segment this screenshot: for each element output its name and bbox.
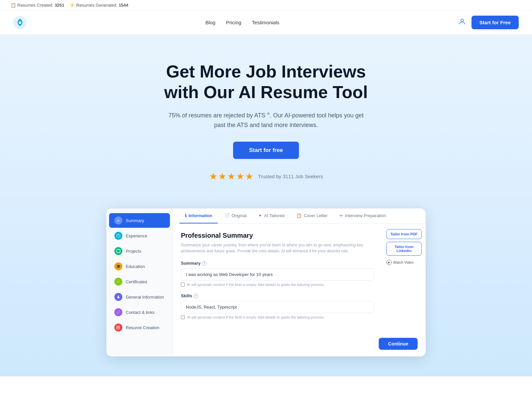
nav-links: Blog Pricing Testimonials xyxy=(205,20,279,25)
info-tab-icon: ℹ xyxy=(185,213,187,218)
hero-cta-button[interactable]: Start for free xyxy=(233,142,299,159)
svg-point-5 xyxy=(118,296,119,297)
watch-video-button[interactable]: ▶ Watch Video xyxy=(386,258,422,266)
summary-info-icon: ? xyxy=(202,261,206,266)
svg-point-2 xyxy=(461,19,464,22)
tab-label-interview-prep: Interview Preparation xyxy=(345,213,386,218)
experience-icon xyxy=(114,232,122,240)
star-rating: ★★★★★ xyxy=(209,171,254,182)
contact-icon: 🔗 xyxy=(114,308,122,316)
tailor-from-pdf-button[interactable]: Tailor from PDF xyxy=(386,229,422,239)
sidebar-label-contact: Contact & links xyxy=(126,310,155,315)
section-title: Professional Summary xyxy=(181,232,374,239)
skills-field-label: Skills ? xyxy=(181,293,374,298)
tab-label-information: Information xyxy=(189,213,212,218)
hero-section: Get More Job Interviews with Our AI Resu… xyxy=(0,35,532,202)
ai-tailored-tab-icon: ✦ xyxy=(258,213,262,218)
svg-point-1 xyxy=(19,21,21,24)
tab-information[interactable]: ℹ Information xyxy=(180,208,218,223)
tab-label-cover-letter: Cover Letter xyxy=(304,213,328,218)
summary-ai-checkbox[interactable] xyxy=(181,283,185,287)
original-tab-icon: 📄 xyxy=(224,213,230,218)
hero-subtext: 75% of resumes are rejected by ATS ®. Ou… xyxy=(166,111,366,130)
sidebar-label-projects: Projects xyxy=(126,249,141,254)
resumes-generated-label: Resumes Generated: xyxy=(76,3,117,8)
sidebar-item-summary[interactable]: ≡ Summary xyxy=(109,213,170,228)
sidebar-label-resume-creation: Resume Creation xyxy=(126,325,159,330)
continue-button[interactable]: Continue xyxy=(379,338,418,350)
trust-text: Trusted by 3111 Job Seekers xyxy=(258,174,323,179)
trust-row: ★★★★★ Trusted by 3111 Job Seekers xyxy=(13,171,519,182)
mockup-container: ≡ Summary Experience Projects 🎓 xyxy=(0,202,532,376)
mockup-footer: Continue xyxy=(173,334,426,356)
sidebar-label-summary: Summary xyxy=(126,218,144,223)
resumes-generated-count: 1544 xyxy=(119,3,128,8)
general-info-icon xyxy=(114,293,122,301)
certificates-icon: ✓ xyxy=(114,278,122,286)
nav-right: Start for Free xyxy=(458,16,519,29)
top-bar: 📋 Resumes Created: 3251 ⚡ Resumes Genera… xyxy=(0,0,532,11)
sidebar-label-experience: Experience xyxy=(126,233,147,238)
sidebar-item-general-info[interactable]: General Information xyxy=(109,290,170,304)
resumes-created-stat: 📋 Resumes Created: 3251 xyxy=(11,3,64,8)
skills-info-icon: ? xyxy=(194,294,198,298)
mockup-inner: ≡ Summary Experience Projects 🎓 xyxy=(106,208,426,356)
doc-icon: 📋 xyxy=(11,3,16,8)
skills-ai-hint: AI will generate content if the field is… xyxy=(181,315,374,319)
tab-ai-tailored[interactable]: ✦ AI Tailored xyxy=(253,208,290,223)
section-description: Summarize your career journey, from wher… xyxy=(181,242,374,254)
sidebar-item-certificates[interactable]: ✓ Certificates xyxy=(109,274,170,289)
tailor-from-linkedin-button[interactable]: Tailor from Linkedin xyxy=(386,242,422,256)
play-icon: ▶ xyxy=(386,260,392,265)
resumes-generated-stat: ⚡ Resumes Generated: 1544 xyxy=(69,3,128,8)
svg-rect-4 xyxy=(117,249,120,253)
nav-blog[interactable]: Blog xyxy=(205,20,215,25)
navbar: Blog Pricing Testimonials Start for Free xyxy=(0,11,532,35)
interview-tab-icon: ✏ xyxy=(339,213,343,218)
education-icon: 🎓 xyxy=(114,262,122,270)
summary-icon: ≡ xyxy=(114,216,122,224)
sidebar-item-experience[interactable]: Experience xyxy=(109,228,170,243)
user-icon[interactable] xyxy=(458,18,466,28)
start-for-free-button[interactable]: Start for Free xyxy=(471,16,519,29)
right-panel: Tailor from PDF Tailor from Linkedin ▶ W… xyxy=(382,224,426,334)
logo[interactable] xyxy=(13,16,27,29)
sidebar-label-general-info: General Information xyxy=(126,295,164,300)
tab-label-ai-tailored: AI Tailored xyxy=(264,213,284,218)
resumes-created-label: Resumes Created: xyxy=(17,3,53,8)
sidebar-item-resume-creation[interactable]: Resume Creation xyxy=(109,320,170,335)
svg-rect-3 xyxy=(117,235,120,237)
sidebar-item-projects[interactable]: Projects xyxy=(109,244,170,258)
skills-ai-checkbox[interactable] xyxy=(181,315,185,319)
sidebar-label-certificates: Certificates xyxy=(126,279,147,284)
logo-icon xyxy=(13,16,27,29)
tab-interview-prep[interactable]: ✏ Interview Preparation xyxy=(334,208,391,223)
sidebar-label-education: Education xyxy=(126,264,145,269)
resume-creation-icon xyxy=(114,324,122,332)
cover-letter-tab-icon: 📋 xyxy=(296,213,302,218)
content-row: Professional Summary Summarize your care… xyxy=(173,224,426,334)
main-area: ℹ Information 📄 Original ✦ AI Tailored 📋… xyxy=(173,208,426,356)
nav-testimonials[interactable]: Testimonials xyxy=(252,20,280,25)
nav-pricing[interactable]: Pricing xyxy=(226,20,241,25)
sidebar-item-education[interactable]: 🎓 Education xyxy=(109,259,170,274)
content-tabs: ℹ Information 📄 Original ✦ AI Tailored 📋… xyxy=(173,208,426,224)
hero-headline: Get More Job Interviews with Our AI Resu… xyxy=(150,61,382,103)
bolt-icon: ⚡ xyxy=(69,3,75,8)
app-mockup: ≡ Summary Experience Projects 🎓 xyxy=(106,208,426,356)
sidebar-item-contact[interactable]: 🔗 Contact & links xyxy=(109,305,170,320)
skills-input[interactable] xyxy=(181,301,374,313)
summary-field-label: Summary ? xyxy=(181,261,374,266)
summary-ai-hint: AI will generate content if the field is… xyxy=(181,283,374,287)
app-sidebar: ≡ Summary Experience Projects 🎓 xyxy=(106,208,173,356)
resumes-created-count: 3251 xyxy=(55,3,64,8)
summary-input[interactable] xyxy=(181,268,374,281)
tab-original[interactable]: 📄 Original xyxy=(219,208,252,223)
tab-cover-letter[interactable]: 📋 Cover Letter xyxy=(291,208,333,223)
projects-icon xyxy=(114,247,122,255)
tab-label-original: Original xyxy=(232,213,247,218)
form-content: Professional Summary Summarize your care… xyxy=(173,224,382,334)
